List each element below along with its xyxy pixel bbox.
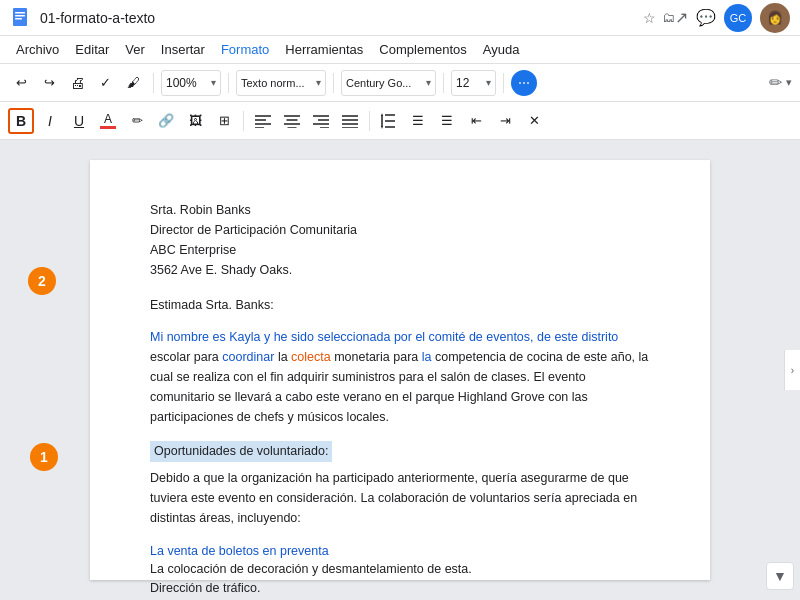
svg-marker-25 xyxy=(381,126,383,129)
redo-button[interactable]: ↪ xyxy=(36,70,62,96)
spellcheck-button[interactable]: ✓ xyxy=(92,70,118,96)
address-line1: Srta. Robin Banks xyxy=(150,200,650,220)
style-select[interactable]: Texto norm... ▾ xyxy=(236,70,326,96)
paint-format-button[interactable]: 🖌 xyxy=(120,70,146,96)
underline-button[interactable]: U xyxy=(66,108,92,134)
document-area: 2 1 Srta. Robin Banks Director de Partic… xyxy=(0,140,800,600)
list-bullet-button[interactable]: ☰ xyxy=(434,108,460,134)
svg-rect-3 xyxy=(15,18,22,20)
badge-1: 1 xyxy=(30,443,58,471)
address-line3: ABC Enterprise xyxy=(150,240,650,260)
zoom-select[interactable]: 100% ▾ xyxy=(161,70,221,96)
align-center-button[interactable] xyxy=(279,108,305,134)
gsc-button[interactable]: GC xyxy=(724,4,752,32)
print-button[interactable]: 🖨 xyxy=(64,70,90,96)
image-button[interactable]: 🖼 xyxy=(182,108,208,134)
line-spacing-button[interactable] xyxy=(376,108,402,134)
pen-arrow[interactable]: ▾ xyxy=(786,76,792,89)
folder-icon[interactable]: 🗂 xyxy=(662,10,675,25)
font-arrow: ▾ xyxy=(426,77,431,88)
list-item-1: La venta de boletos en preventa xyxy=(150,542,650,561)
scroll-down-button[interactable]: ▼ xyxy=(766,562,794,590)
svg-rect-2 xyxy=(15,15,25,17)
address-line4: 3562 Ave E. Shady Oaks. xyxy=(150,260,650,280)
top-right-icons: ↗ 💬 GC 👩 xyxy=(675,3,790,33)
menu-ver[interactable]: Ver xyxy=(119,40,151,59)
pen-icon[interactable]: ✏ xyxy=(769,73,782,92)
doc-icon xyxy=(10,6,34,30)
menu-complementos[interactable]: Complementos xyxy=(373,40,472,59)
format-toolbar: B I U A ✏ 🔗 🖼 ⊞ ☰ ☰ ⇤ ⇥ ✕ xyxy=(0,102,800,140)
indent-decrease-button[interactable]: ⇤ xyxy=(463,108,489,134)
undo-button[interactable]: ↩ xyxy=(8,70,34,96)
list-items: La venta de boletos en preventa La coloc… xyxy=(150,542,650,601)
italic-button[interactable]: I xyxy=(37,108,63,134)
section-header-wrapper: Oportunidades de voluntariado: xyxy=(150,441,650,462)
avatar[interactable]: 👩 xyxy=(760,3,790,33)
toolbar-1: ↩ ↪ 🖨 ✓ 🖌 100% ▾ Texto norm... ▾ Century… xyxy=(0,64,800,102)
section-header: Oportunidades de voluntariado: xyxy=(150,441,332,462)
address-line2: Director de Participación Comunitaria xyxy=(150,220,650,240)
trend-icon[interactable]: ↗ xyxy=(675,8,688,27)
comment-icon[interactable]: 💬 xyxy=(696,8,716,27)
svg-rect-1 xyxy=(15,12,25,14)
bold-button[interactable]: B xyxy=(8,108,34,134)
menu-ayuda[interactable]: Ayuda xyxy=(477,40,526,59)
clear-format-button[interactable]: ✕ xyxy=(521,108,547,134)
menu-bar: Archivo Editar Ver Insertar Formato Herr… xyxy=(0,36,800,64)
menu-herramientas[interactable]: Herramientas xyxy=(279,40,369,59)
paragraph-1: Mi nombre es Kayla y he sido seleccionad… xyxy=(150,327,650,427)
address-block: Srta. Robin Banks Director de Participac… xyxy=(150,200,650,280)
font-select[interactable]: Century Go... ▾ xyxy=(341,70,436,96)
more-options-button[interactable]: ⋯ xyxy=(511,70,537,96)
svg-rect-0 xyxy=(13,8,27,26)
svg-marker-24 xyxy=(381,113,383,116)
menu-editar[interactable]: Editar xyxy=(69,40,115,59)
greeting: Estimada Srta. Banks: xyxy=(150,296,650,315)
insert-button[interactable]: ⊞ xyxy=(211,108,237,134)
zoom-arrow: ▾ xyxy=(211,77,216,88)
document-page: Srta. Robin Banks Director de Participac… xyxy=(90,160,710,580)
paragraph-2: Debido a que la organización ha particip… xyxy=(150,468,650,528)
align-justify-button[interactable] xyxy=(337,108,363,134)
star-icon[interactable]: ☆ xyxy=(643,10,656,26)
style-arrow: ▾ xyxy=(316,77,321,88)
list-item-3: Dirección de tráfico. xyxy=(150,579,650,598)
doc-title: 01-formato-a-texto xyxy=(40,10,643,26)
font-color-button[interactable]: A xyxy=(95,108,121,134)
fontsize-select[interactable]: 12 ▾ xyxy=(451,70,496,96)
fontsize-arrow: ▾ xyxy=(486,77,491,88)
badge-2: 2 xyxy=(28,267,56,295)
align-right-button[interactable] xyxy=(308,108,334,134)
list-item-2: La colocación de decoración y desmantela… xyxy=(150,560,650,579)
highlight-button[interactable]: ✏ xyxy=(124,108,150,134)
indent-increase-button[interactable]: ⇥ xyxy=(492,108,518,134)
align-left-button[interactable] xyxy=(250,108,276,134)
menu-archivo[interactable]: Archivo xyxy=(10,40,65,59)
menu-insertar[interactable]: Insertar xyxy=(155,40,211,59)
title-bar: 01-formato-a-texto ☆ 🗂 ↗ 💬 GC 👩 xyxy=(0,0,800,36)
list-numbered-button[interactable]: ☰ xyxy=(405,108,431,134)
link-button[interactable]: 🔗 xyxy=(153,108,179,134)
right-scroll[interactable]: › xyxy=(784,350,800,390)
menu-formato[interactable]: Formato xyxy=(215,40,275,59)
